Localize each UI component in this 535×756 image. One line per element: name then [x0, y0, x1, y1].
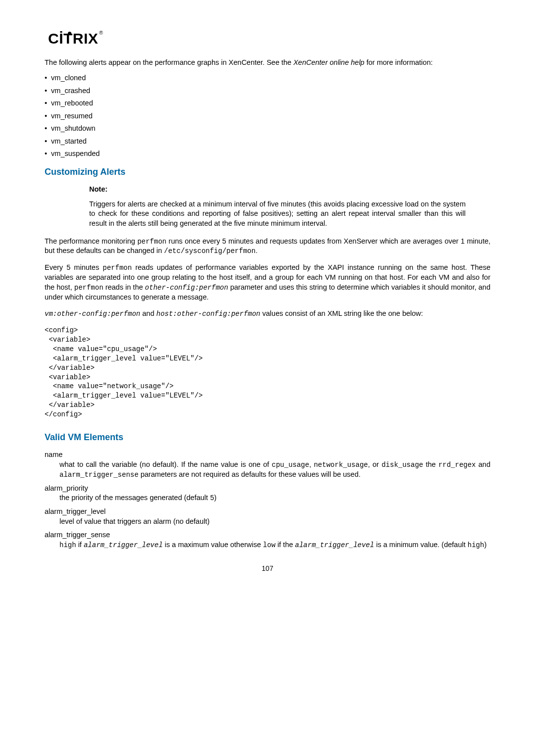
- text: is a maximum value otherwise: [163, 541, 263, 549]
- logo-dot-icon: [68, 32, 71, 35]
- list-item: vm_started: [45, 137, 490, 147]
- text: if the: [275, 541, 295, 549]
- logo: CİTRIX ®: [45, 29, 490, 49]
- code-inline-italic: host:other-config:perfmon: [156, 310, 260, 318]
- code-inline: /etc/sysconfig/perfmon: [164, 247, 256, 255]
- def-desc-alarm-priority: the priority of the messages generated (…: [59, 493, 490, 503]
- code-block: <config> <variable> <name value="cpu_usa…: [45, 326, 490, 419]
- page-number: 107: [45, 564, 490, 573]
- code-inline-italic: vm:other-config:perfmon: [45, 310, 140, 318]
- code-inline: disk_usage: [381, 461, 423, 469]
- list-item: vm_suspended: [45, 149, 490, 159]
- text: if: [76, 541, 84, 549]
- logo-text: CİTRIX: [48, 29, 98, 49]
- text: The performance monitoring: [45, 237, 137, 245]
- note-label: Note:: [89, 185, 466, 195]
- def-term-alarm-priority: alarm_priority: [45, 484, 490, 494]
- list-item: vm_rebooted: [45, 99, 490, 108]
- code-inline: alarm_trigger_sense: [59, 471, 139, 479]
- code-inline: high: [468, 541, 484, 549]
- def-desc-alarm-trigger-sense: high if alarm_trigger_level is a maximum…: [59, 540, 490, 550]
- paragraph-perfmon-detail: Every 5 minutes perfmon reads updates of…: [45, 263, 490, 302]
- code-inline-italic: other-config:perfmon: [145, 284, 228, 292]
- code-inline: rrd_regex: [438, 461, 476, 469]
- code-inline: perfmon: [74, 284, 104, 292]
- text: ): [484, 541, 486, 549]
- text: , or: [368, 460, 381, 468]
- note-block: Note: Triggers for alerts are checked at…: [89, 185, 466, 228]
- paragraph-perfmon-intro: The performance monitoring perfmon runs …: [45, 237, 490, 256]
- paragraph-xml-intro: vm:other-config:perfmon and host:other-c…: [45, 309, 490, 319]
- code-inline: high: [59, 541, 76, 549]
- intro-paragraph: The following alerts appear on the perfo…: [45, 58, 490, 68]
- note-body: Triggers for alerts are checked at a min…: [89, 200, 466, 229]
- def-desc-name: what to call the variable (no default). …: [59, 460, 490, 480]
- intro-em: XenCenter online help: [293, 58, 365, 66]
- text: what to call the variable (no default). …: [59, 460, 272, 468]
- list-item: vm_shutdown: [45, 124, 490, 134]
- section-heading-valid-vm-elements: Valid VM Elements: [45, 431, 490, 443]
- intro-post: for more information:: [365, 58, 433, 66]
- list-item: vm_cloned: [45, 73, 490, 83]
- text: Every 5 minutes: [45, 263, 103, 271]
- text: ): [214, 494, 216, 502]
- text: values consist of an XML string like the…: [261, 309, 423, 317]
- logo-reg: ®: [99, 30, 103, 37]
- intro-pre: The following alerts appear on the perfo…: [45, 58, 293, 66]
- list-item: vm_resumed: [45, 111, 490, 121]
- text: parameters are not required as defaults …: [139, 470, 361, 478]
- text: the: [423, 460, 438, 468]
- definition-list: name what to call the variable (no defau…: [45, 450, 490, 550]
- code-inline: network_usage: [314, 461, 368, 469]
- code-inline: perfmon: [137, 238, 166, 246]
- text: is a minimum value. (default: [374, 541, 468, 549]
- code-inline-italic: alarm_trigger_level: [295, 541, 374, 549]
- text: the priority of the messages generated (…: [59, 494, 210, 502]
- def-desc-alarm-trigger-level: level of value that triggers an alarm (n…: [59, 517, 490, 527]
- text: and: [476, 460, 490, 468]
- vm-list: vm_cloned vm_crashed vm_rebooted vm_resu…: [45, 73, 490, 159]
- text: .: [256, 247, 258, 254]
- code-inline: perfmon: [103, 264, 132, 272]
- code-inline-italic: alarm_trigger_level: [84, 541, 163, 549]
- code-inline: low: [263, 541, 275, 549]
- list-item: vm_crashed: [45, 86, 490, 96]
- def-term-name: name: [45, 450, 490, 460]
- def-term-alarm-trigger-sense: alarm_trigger_sense: [45, 530, 490, 540]
- def-term-alarm-trigger-level: alarm_trigger_level: [45, 507, 490, 517]
- section-heading-customizing-alerts: Customizing Alerts: [45, 166, 490, 178]
- text: and: [140, 309, 156, 317]
- code-inline: cpu_usage: [272, 461, 310, 469]
- text: reads in the: [104, 283, 145, 291]
